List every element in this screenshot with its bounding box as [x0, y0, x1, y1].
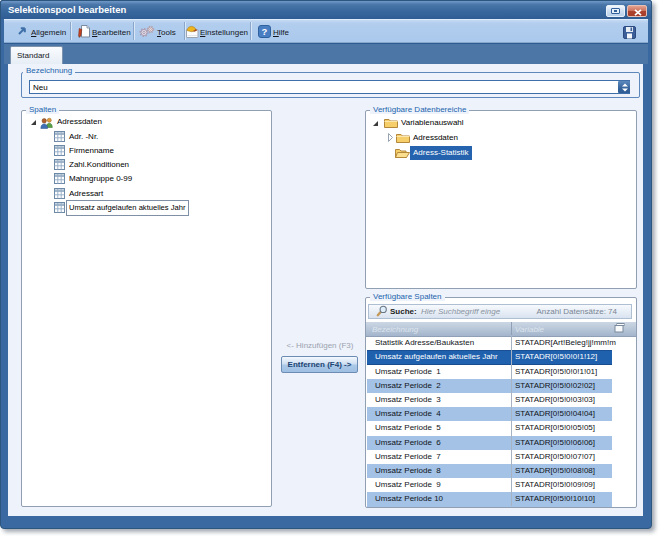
svg-text:?: ? — [262, 26, 268, 37]
